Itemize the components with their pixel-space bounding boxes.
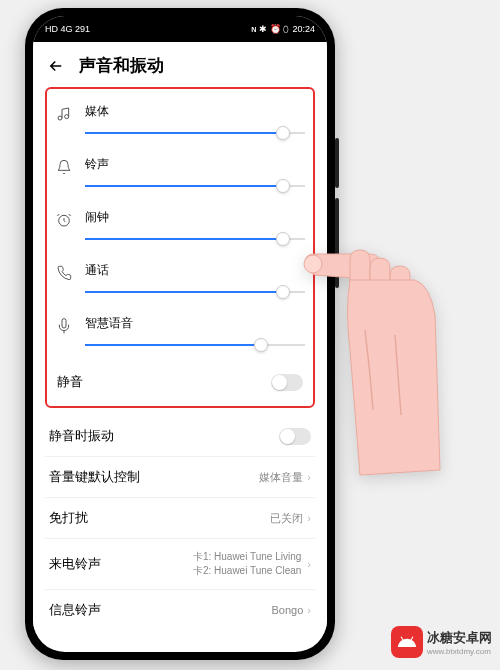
alarm-clock-icon [55, 211, 73, 229]
ringtone-slider[interactable] [85, 179, 305, 193]
incoming-line1: 卡1: Huawei Tune Living [193, 550, 301, 564]
vibrate-on-mute-row[interactable]: 静音时振动 [45, 416, 315, 457]
mute-row[interactable]: 静音 [53, 362, 307, 402]
call-volume-row: 通话 [53, 256, 307, 309]
phone-icon [55, 264, 73, 282]
alarm-slider[interactable] [85, 232, 305, 246]
volume-key-label: 音量键默认控制 [49, 468, 140, 486]
media-slider[interactable] [85, 126, 305, 140]
pointing-hand-illustration [295, 240, 445, 484]
ringtone-volume-row: 铃声 [53, 150, 307, 203]
voice-label: 智慧语音 [85, 315, 305, 332]
page-header: 声音和振动 [33, 42, 327, 87]
ringtone-label: 铃声 [85, 156, 305, 173]
dnd-value: 已关闭 [270, 511, 303, 526]
phone-screen: HD 4G 291 ɴ ✱ ⏰ ⬯ 20:24 声音和振动 [33, 16, 327, 652]
phone-volume-button [335, 138, 339, 188]
alarm-volume-row: 闹钟 [53, 203, 307, 256]
call-label: 通话 [85, 262, 305, 279]
page-title: 声音和振动 [79, 54, 164, 77]
bell-icon [55, 158, 73, 176]
call-slider[interactable] [85, 285, 305, 299]
incoming-line2: 卡2: Huawei Tune Clean [193, 564, 301, 578]
chevron-right-icon: › [307, 604, 311, 616]
voice-slider[interactable] [85, 338, 305, 352]
phone-notch [145, 16, 215, 30]
media-volume-row: 媒体 [53, 97, 307, 150]
vibrate-label: 静音时振动 [49, 427, 114, 445]
voice-volume-row: 智慧语音 [53, 309, 307, 362]
volume-key-row[interactable]: 音量键默认控制 媒体音量 › [45, 457, 315, 498]
settings-content: 媒体 铃声 [33, 87, 327, 630]
media-label: 媒体 [85, 103, 305, 120]
chevron-right-icon: › [307, 558, 311, 570]
chevron-right-icon: › [307, 512, 311, 524]
watermark-text: 冰糖安卓网 www.btxtdmy.com [427, 629, 492, 656]
volume-sliders-section: 媒体 铃声 [45, 87, 315, 408]
status-time: 20:24 [292, 24, 315, 34]
incoming-ringtone-row[interactable]: 来电铃声 卡1: Huawei Tune Living 卡2: Huawei T… [45, 539, 315, 590]
music-note-icon [55, 105, 73, 123]
sms-value: Bongo [272, 604, 304, 616]
svg-point-1 [304, 255, 322, 273]
phone-frame: HD 4G 291 ɴ ✱ ⏰ ⬯ 20:24 声音和振动 [25, 8, 335, 660]
status-signal-text: HD 4G 291 [45, 24, 90, 34]
back-icon[interactable] [47, 57, 65, 75]
dnd-label: 免打扰 [49, 509, 88, 527]
watermark-logo-icon [391, 626, 423, 658]
status-right-icons: ɴ ✱ ⏰ ⬯ 20:24 [251, 24, 315, 35]
sms-label: 信息铃声 [49, 601, 101, 619]
incoming-label: 来电铃声 [49, 555, 101, 573]
dnd-row[interactable]: 免打扰 已关闭 › [45, 498, 315, 539]
microphone-icon [55, 317, 73, 335]
sms-ringtone-row[interactable]: 信息铃声 Bongo › [45, 590, 315, 630]
mute-label: 静音 [57, 373, 83, 391]
watermark: 冰糖安卓网 www.btxtdmy.com [391, 626, 492, 658]
alarm-label: 闹钟 [85, 209, 305, 226]
status-indicators: ɴ ✱ ⏰ ⬯ [251, 24, 290, 35]
status-left-icons: HD 4G 291 [45, 24, 90, 34]
